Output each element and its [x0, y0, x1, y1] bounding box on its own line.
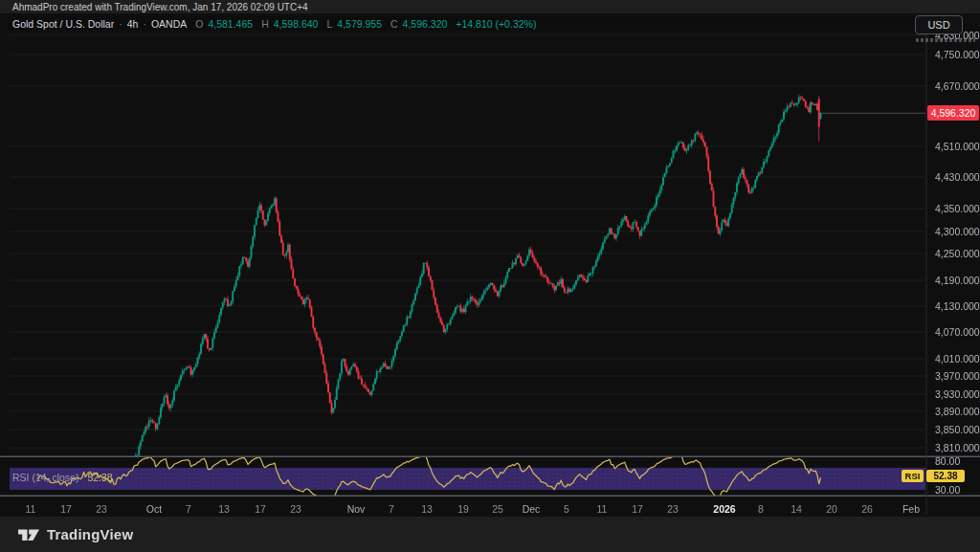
symbol-title[interactable]: Gold Spot / U.S. Dollar [12, 18, 114, 30]
price-tick-label: 3,970.000 [935, 370, 980, 383]
time-tick-label: 23 [667, 503, 679, 515]
price-tick-label: 4,010.000 [935, 353, 980, 365]
time-tick-label: 17 [255, 503, 266, 515]
price-tick-label: 3,930.000 [935, 388, 980, 401]
time-tick-label: 19 [457, 503, 469, 515]
time-tick-label: Dec [523, 503, 541, 515]
symbol-interval[interactable]: 4h [127, 18, 139, 30]
open-value: 4,581.465 [208, 18, 253, 30]
time-tick-label: 11 [597, 503, 608, 515]
symbol-legend: Gold Spot / U.S. Dollar · 4h · OANDA O 4… [8, 16, 919, 31]
price-chart-canvas[interactable] [0, 13, 980, 517]
price-tick-label: 4,300.000 [935, 226, 980, 238]
price-tick-label: 4,190.000 [935, 275, 980, 287]
rsi-legend: RSI (14, close) 52.38 [12, 472, 113, 483]
high-value: 4,598.640 [274, 18, 319, 30]
high-label: H [261, 18, 269, 30]
tradingview-logo-text: TradingView [47, 526, 133, 542]
time-tick-label: 7 [389, 503, 394, 515]
rsi-upper-label: 80.00 [935, 455, 960, 467]
price-tick-label: 3,810.000 [935, 442, 980, 454]
open-label: O [195, 18, 203, 30]
price-tick-label: 4,070.000 [935, 326, 980, 339]
price-tick-label: 3,890.000 [935, 406, 980, 418]
time-tick-label: 13 [218, 503, 230, 515]
time-tick-label: 25 [492, 503, 503, 515]
rsi-value-label: 52.38 [926, 470, 965, 482]
footer-bar: TradingView [0, 517, 980, 552]
rsi-value: 52.38 [87, 472, 112, 483]
attribution-text: AhmadPro created with TradingView.com, J… [12, 2, 308, 12]
time-tick-label: Oct [146, 503, 162, 515]
price-tick-label: 3,850.000 [935, 424, 980, 436]
time-tick-label: 20 [826, 503, 837, 515]
price-tick-label: 4,510.000 [935, 141, 980, 153]
close-label: C [390, 18, 398, 30]
symbol-exchange: OANDA [151, 18, 187, 30]
tradingview-logo[interactable]: TradingView [17, 526, 133, 543]
time-tick-label: 17 [632, 503, 643, 515]
time-tick-label: 23 [290, 503, 301, 515]
price-tick-label: 4,430.000 [935, 171, 980, 184]
last-price-label: 4,596.320 [927, 105, 979, 121]
legend-separator: · [143, 18, 146, 30]
currency-toggle-button[interactable]: USD [915, 15, 963, 34]
tradingview-logo-icon [17, 526, 40, 543]
time-tick-label: 5 [564, 503, 569, 515]
price-tick-label: 4,130.000 [935, 300, 980, 313]
time-tick-label: Nov [347, 503, 366, 515]
time-tick-label: 7 [186, 503, 191, 515]
fine-print [916, 38, 975, 42]
time-tick-label: 8 [758, 503, 764, 515]
legend-separator: · [119, 18, 122, 30]
price-tick-label: 4,250.000 [935, 248, 980, 260]
change-value: +14.810 (+0.32%) [456, 18, 536, 30]
price-tick-label: 4,350.000 [935, 203, 980, 215]
tradingview-snapshot: AhmadPro created with TradingView.com, J… [0, 0, 980, 552]
rsi-axis-badge: RSI [902, 470, 924, 482]
time-tick-label: 14 [791, 503, 802, 515]
time-tick-label: 26 [861, 503, 873, 515]
attribution-bar: AhmadPro created with TradingView.com, J… [0, 0, 980, 14]
chart-area: Gold Spot / U.S. Dollar · 4h · OANDA O 4… [0, 13, 980, 517]
time-tick-label: 23 [96, 503, 107, 515]
rsi-title[interactable]: RSI (14, close) [12, 472, 78, 483]
time-tick-label: 11 [26, 503, 36, 515]
rsi-lower-label: 30.00 [935, 484, 960, 496]
close-value: 4,596.320 [403, 18, 448, 30]
price-tick-label: 4,670.000 [935, 80, 980, 93]
price-tick-label: 4,750.000 [935, 49, 980, 61]
low-value: 4,579.955 [337, 18, 382, 30]
time-tick-label: Feb [902, 503, 920, 515]
time-tick-label: 13 [421, 503, 433, 515]
low-label: L [326, 18, 332, 30]
time-tick-label: 2026 [713, 503, 735, 515]
time-tick-label: 17 [60, 503, 72, 515]
